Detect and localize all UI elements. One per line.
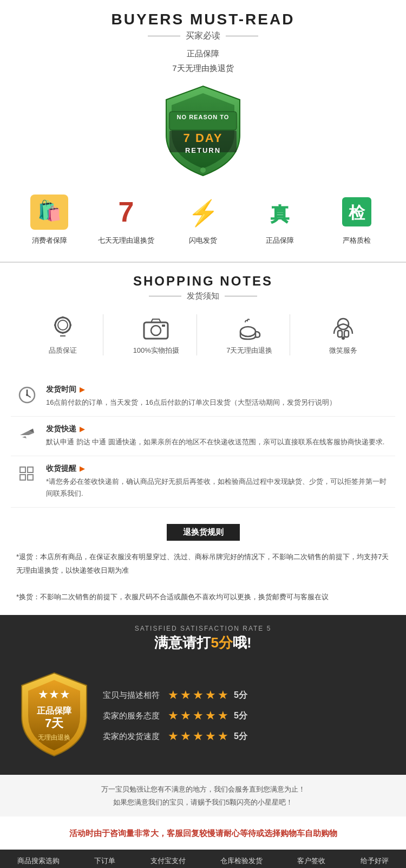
return-title: 退换货规则 (167, 524, 240, 541)
svg-text:正品保障: 正品保障 (37, 705, 72, 715)
rating-row-1: 宝贝与描述相符 ★ ★ ★ ★ ★ 5分 (103, 688, 390, 702)
svg-rect-34 (20, 475, 25, 480)
icon-lightning: ⚡ 闪电发货 (171, 195, 235, 245)
shopping-section: SHOPPING NOTES 发货须知 品质保证 (0, 262, 406, 377)
star-1-5: ★ (218, 688, 228, 702)
rating-row-3: 卖家的发货速度 ★ ★ ★ ★ ★ 5分 (103, 729, 390, 743)
arrow-icon-time: ▶ (80, 386, 84, 393)
info-section: 发货时间 ▶ 16点前付款的订单，当天发货，16点后付款的订单次日发货（大型活动… (0, 377, 406, 508)
svg-rect-25 (338, 331, 342, 337)
info-content-time: 发货时间 ▶ 16点前付款的订单，当天发货，16点后付款的订单次日发货（大型活动… (46, 385, 390, 409)
7day-icon: 7 (107, 195, 145, 231)
rating-label-2: 卖家的服务态度 (103, 711, 162, 721)
star-2-1: ★ (168, 709, 179, 723)
ratings-section: ★★★ 正品保障 7天 无理由退换 宝贝与描述相符 ★ ★ ★ ★ ★ 5分 卖… (0, 662, 406, 775)
info-text-receipt: *请您务必在签收快递前，确认商品完好无损后再签收，如检验商品过程中发现缺货、少货… (46, 476, 390, 500)
star-2-4: ★ (205, 709, 216, 723)
message-section: 万一宝贝勉强让您有不满意的地方，我们会服务直到您满意为止！ 如果您满意我们的宝贝… (0, 775, 406, 817)
svg-rect-22 (162, 325, 165, 327)
satisfied-title: SATISFIED SATISFACTION RATE 5 满意请打5分哦! (11, 625, 395, 652)
shopping-divider: 发货须知 (0, 291, 406, 301)
shopping-title-en: SHOPPING NOTES (0, 274, 406, 289)
info-title-time: 发货时间 ▶ (46, 385, 84, 394)
svg-text:★★★: ★★★ (38, 688, 70, 701)
buyers-divider: 买家必读 (0, 30, 406, 42)
activity-text: 活动时由于咨询量非常大，客服回复较慢请耐心等待或选择购物车自助购物 (11, 826, 395, 840)
svg-text:⚡: ⚡ (188, 198, 219, 228)
nav-item-search[interactable]: 商品搜索选购 (17, 856, 60, 866)
feature-return-label: 7天无理由退换 (226, 346, 272, 355)
stars-3: ★ ★ ★ ★ ★ (168, 729, 228, 743)
features-row: 品质保证 100%实物拍摄 7天 (0, 303, 406, 366)
svg-point-21 (151, 326, 161, 335)
star-3-5: ★ (218, 729, 228, 743)
info-row-receipt: 收货提醒 ▶ *请您务必在签收快递前，确认商品完好无损后再签收，如检验商品过程中… (11, 456, 395, 508)
svg-point-27 (342, 336, 345, 340)
star-1-1: ★ (168, 688, 179, 702)
arrow-icon-receipt: ▶ (80, 465, 84, 472)
buyers-subtitle: 正品保障 7天无理由换退货 (0, 46, 406, 75)
nav-item-warehouse[interactable]: 仓库检验发货 (220, 856, 263, 866)
quality-icon: 检 (338, 195, 376, 231)
feature-return: 7天无理由退换 (209, 314, 290, 355)
return-text-1: *退货：本店所有商品，在保证衣服没有明显穿过、洗过、商标吊牌完好的情况下，不影响… (11, 550, 395, 604)
info-text-time: 16点前付款的订单，当天发货，16点后付款的订单次日发货（大型活动期间，发货另行… (46, 397, 390, 409)
score-3: 5分 (234, 731, 247, 742)
shopping-title-cn: 发货须知 (187, 291, 219, 301)
feature-service: 微笑服务 (303, 314, 384, 355)
svg-text:NO REASON TO: NO REASON TO (177, 114, 230, 120)
info-text-express: 默认申通 韵达 中通 圆通快递，如果亲所在的地区不在快递收送范围，亲可以直接联系… (46, 436, 390, 448)
icon-authentic-label: 正品保障 (266, 236, 294, 245)
svg-text:7: 7 (119, 196, 134, 228)
score-1: 5分 (234, 690, 247, 701)
svg-point-31 (26, 394, 28, 396)
svg-point-5 (200, 167, 206, 173)
plane-icon (16, 425, 38, 444)
icon-lightning-label: 闪电发货 (189, 236, 217, 245)
return-section: 退换货规则 *退货：本店所有商品，在保证衣服没有明显穿过、洗过、商标吊牌完好的情… (0, 508, 406, 615)
info-title-receipt: 收货提醒 ▶ (46, 464, 84, 474)
svg-rect-35 (28, 475, 33, 480)
message-text: 万一宝贝勉强让您有不满意的地方，我们会服务直到您满意为止！ 如果您满意我们的宝贝… (16, 783, 390, 808)
star-1-4: ★ (205, 688, 216, 702)
star-1-3: ★ (193, 688, 204, 702)
rating-row-2: 卖家的服务态度 ★ ★ ★ ★ ★ 5分 (103, 709, 390, 723)
nav-item-review[interactable]: 给予好评 (361, 856, 389, 866)
clock-icon (16, 386, 38, 404)
stars-2: ★ ★ ★ ★ ★ (168, 709, 228, 723)
svg-text:真: 真 (271, 204, 290, 224)
svg-point-23 (240, 327, 256, 336)
svg-text:无理由退换: 无理由退换 (38, 734, 70, 741)
icon-7day-label: 七天无理由退换货 (98, 236, 154, 245)
star-3-1: ★ (168, 729, 179, 743)
svg-rect-32 (20, 467, 25, 472)
svg-text:7天: 7天 (45, 716, 64, 730)
rating-label-1: 宝贝与描述相符 (103, 690, 162, 701)
camera-icon (142, 314, 169, 341)
star-3-4: ★ (205, 729, 216, 743)
star-3-2: ★ (180, 729, 191, 743)
star-3-3: ★ (193, 729, 204, 743)
gold-badge: ★★★ 正品保障 7天 无理由退换 (16, 670, 92, 761)
coffee-icon (236, 314, 263, 341)
feature-photo-label: 100%实物拍摄 (133, 346, 179, 355)
svg-text:🛍️: 🛍️ (37, 199, 62, 222)
icon-authentic: 真 正品保障 (247, 195, 312, 245)
buyers-title-cn: 买家必读 (186, 30, 220, 42)
icon-quality: 检 严格质检 (324, 195, 389, 245)
svg-point-14 (58, 320, 68, 330)
star-2-3: ★ (193, 709, 204, 723)
icon-consumer: 🛍️ 消费者保障 (17, 195, 82, 245)
message-line-2: 如果您满意我们的宝贝，请赐予我们5颗闪亮的小星星吧！ (16, 796, 390, 808)
nav-item-order[interactable]: 下订单 (94, 856, 115, 866)
nav-item-receipt[interactable]: 客户签收 (297, 856, 325, 866)
info-row-express: 发货快递 ▶ 默认申通 韵达 中通 圆通快递，如果亲所在的地区不在快递收送范围，… (11, 417, 395, 456)
icon-7day: 7 七天无理由退换货 (94, 195, 159, 245)
feature-quality-label: 品质保证 (49, 346, 77, 355)
star-1-2: ★ (180, 688, 191, 702)
consumer-icon: 🛍️ (30, 195, 68, 231)
satisfied-section: SATISFIED SATISFACTION RATE 5 满意请打5分哦! (0, 615, 406, 662)
svg-text:RETURN: RETURN (185, 146, 221, 154)
headset-icon (330, 314, 357, 341)
nav-item-pay[interactable]: 支付宝支付 (150, 856, 186, 866)
